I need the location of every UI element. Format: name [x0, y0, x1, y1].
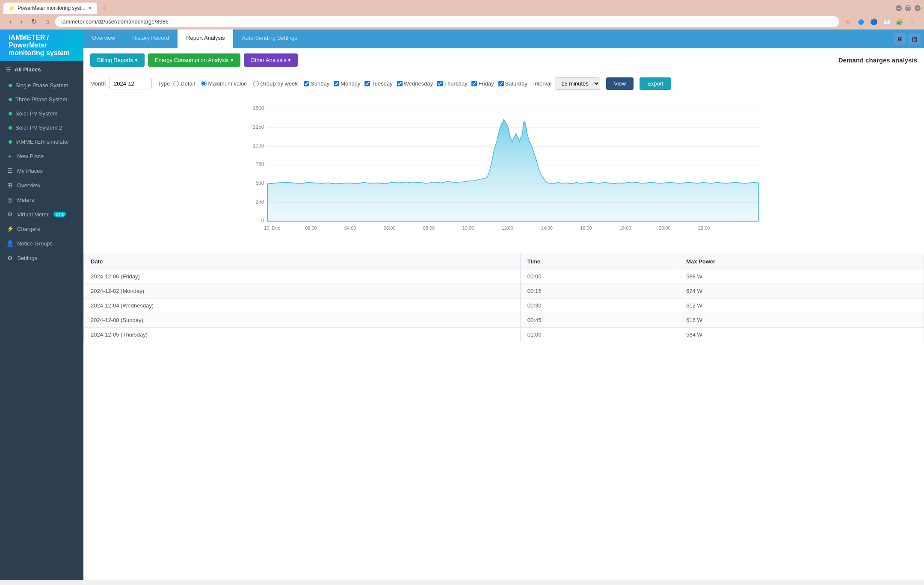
sidebar-item-new-place[interactable]: + New Place	[0, 149, 83, 163]
table-row: 2024-12-06 (Friday) 00:00 588 W	[84, 269, 924, 284]
meters-label: Meters	[17, 197, 34, 203]
cell-time: 01:00	[520, 328, 679, 342]
radio-detail[interactable]: Detail	[173, 80, 195, 87]
sidebar-item-overview[interactable]: ⊞ Overview	[0, 178, 83, 192]
radio-group-week[interactable]: Group by week	[253, 80, 298, 87]
minimize-button[interactable]: —	[896, 5, 902, 11]
table-header-row: Date Time Max Power	[84, 254, 924, 269]
other-analysis-button[interactable]: Other Analysis ▾	[244, 53, 298, 67]
active-tab[interactable]: ⚡ PowerMeter monitoring syst... ✕	[3, 3, 97, 14]
home-button[interactable]: ⌂	[43, 17, 52, 27]
sidebar-item-chargers[interactable]: ⚡ Chargers	[0, 222, 83, 236]
checkbox-wednesday[interactable]: Wednesday	[397, 80, 433, 87]
status-dot-iammeter-sim	[9, 140, 12, 144]
list-icon: ☰	[6, 167, 14, 174]
svg-text:18:00: 18:00	[619, 225, 631, 230]
chargers-icon: ⚡	[6, 225, 14, 232]
svg-text:08:00: 08:00	[423, 225, 435, 230]
window-controls: — ❐ ✕	[896, 5, 921, 11]
cell-date: 2024-12-02 (Monday)	[84, 284, 521, 298]
sidebar-item-notice-groups[interactable]: 👤 Notice Groups	[0, 236, 83, 251]
controls-row: Month Type Detail Maximum value	[83, 72, 924, 95]
svg-text:14:00: 14:00	[541, 225, 552, 230]
tab-bar: ⚡ PowerMeter monitoring syst... ✕ + — ❐ …	[3, 3, 921, 14]
billing-reports-button[interactable]: Billing Reports ▾	[90, 53, 145, 67]
cell-time: 00:45	[520, 313, 679, 328]
list-view-icon[interactable]: ▤	[909, 33, 921, 45]
virtual-meter-label: Virtual Meter	[17, 211, 48, 218]
back-button[interactable]: ‹	[7, 17, 14, 27]
svg-text:1000: 1000	[253, 143, 264, 149]
sidebar-item-single-phase[interactable]: Single Phase System	[0, 78, 83, 92]
sidebar-item-solar-pv2[interactable]: Solar PV System 2	[0, 121, 83, 135]
sidebar-item-my-places[interactable]: ☰ My Places	[0, 163, 83, 178]
svg-text:10:00: 10:00	[462, 225, 474, 230]
tab-close-button[interactable]: ✕	[88, 6, 92, 11]
checkbox-thursday[interactable]: Thursday	[437, 80, 467, 87]
sidebar-item-meters[interactable]: ◎ Meters	[0, 192, 83, 207]
table-row: 2024-12-04 (Wednesday) 00:30 612 W	[84, 298, 924, 313]
month-control: Month	[90, 78, 152, 89]
export-button[interactable]: Export	[640, 77, 671, 90]
sidebar-item-settings[interactable]: ⚙ Settings	[0, 251, 83, 265]
toolbar-icons: ☆ 🔷 🔵 📧 🧩 ⋮	[843, 17, 917, 27]
extension-icon1[interactable]: 🔷	[856, 17, 866, 27]
sidebar: IAMMETER / PowerMeter monitoring system …	[0, 30, 83, 580]
sidebar-item-virtual-meter[interactable]: ⚙ Virtual Meter Beta	[0, 207, 83, 222]
interval-select[interactable]: 5 minutes 15 minutes 30 minutes 1 hour	[555, 77, 600, 90]
checkbox-friday[interactable]: Friday	[471, 80, 494, 87]
demand-table: Date Time Max Power 2024-12-06 (Friday) …	[83, 254, 924, 342]
svg-text:02:00: 02:00	[305, 225, 317, 230]
svg-text:10. Dec: 10. Dec	[264, 225, 280, 230]
extension-icon4[interactable]: 🧩	[894, 17, 904, 27]
col-max-power: Max Power	[679, 254, 924, 269]
checkbox-sunday[interactable]: Sunday	[304, 80, 329, 87]
grid-view-icon[interactable]: ⊞	[894, 33, 906, 45]
sidebar-item-three-phase[interactable]: Three Phase System	[0, 92, 83, 106]
tab-report-analysis[interactable]: Report Analysis	[178, 30, 233, 48]
status-dot-solar-pv2	[9, 126, 12, 130]
cell-max-power: 624 W	[679, 284, 924, 298]
svg-text:20:00: 20:00	[659, 225, 670, 230]
browser-chrome: ⚡ PowerMeter monitoring syst... ✕ + — ❐ …	[0, 0, 924, 30]
my-places-label: My Places	[17, 168, 43, 174]
svg-text:750: 750	[255, 161, 264, 167]
sidebar-item-solar-pv[interactable]: Solar PV System	[0, 106, 83, 121]
iammeter-sim-label: IAMMETER-simulator	[15, 139, 69, 145]
tab-history[interactable]: History Record	[124, 30, 178, 48]
type-control: Type Detail Maximum value Group by week	[158, 80, 298, 87]
tab-auto-sending[interactable]: Auto-Sending Settings	[233, 30, 305, 48]
app-layout: IAMMETER / PowerMeter monitoring system …	[0, 30, 924, 580]
svg-text:1500: 1500	[253, 105, 264, 111]
grid-icon: ⊞	[6, 182, 14, 189]
billing-dropdown-icon: ▾	[135, 57, 138, 63]
settings-icon: ⚙	[6, 254, 14, 261]
status-dot-three-phase	[9, 98, 12, 101]
extension-icon3[interactable]: 📧	[881, 17, 891, 27]
month-input[interactable]	[109, 78, 152, 89]
close-button[interactable]: ✕	[915, 5, 921, 11]
analysis-title: Demand charges analysis	[838, 56, 917, 64]
tab-overview[interactable]: Overview	[83, 30, 124, 48]
reload-button[interactable]: ↻	[29, 17, 39, 27]
new-tab-button[interactable]: +	[99, 3, 110, 14]
checkbox-monday[interactable]: Monday	[334, 80, 360, 87]
month-label: Month	[90, 80, 106, 87]
menu-icon[interactable]: ⋮	[907, 17, 917, 27]
notice-icon: 👤	[6, 240, 14, 247]
view-button[interactable]: View	[606, 77, 634, 90]
forward-button[interactable]: ›	[18, 17, 25, 27]
checkbox-tuesday[interactable]: Tuesday	[364, 80, 392, 87]
extension-icon2[interactable]: 🔵	[868, 17, 879, 27]
checkbox-saturday[interactable]: Saturday	[498, 80, 527, 87]
radio-maximum[interactable]: Maximum value	[201, 80, 247, 87]
maximize-button[interactable]: ❐	[905, 5, 911, 11]
svg-text:04:00: 04:00	[344, 225, 356, 230]
energy-consumption-button[interactable]: Energy Consumption Analysis ▾	[148, 53, 240, 67]
cell-max-power: 612 W	[679, 298, 924, 313]
chargers-label: Chargers	[17, 226, 40, 232]
sidebar-item-iammeter-sim[interactable]: IAMMETER-simulator	[0, 135, 83, 149]
days-checkbox-group: Sunday Monday Tuesday Wednesday Thursday	[304, 80, 527, 87]
bookmark-icon[interactable]: ☆	[843, 17, 853, 27]
address-input[interactable]	[55, 16, 839, 27]
